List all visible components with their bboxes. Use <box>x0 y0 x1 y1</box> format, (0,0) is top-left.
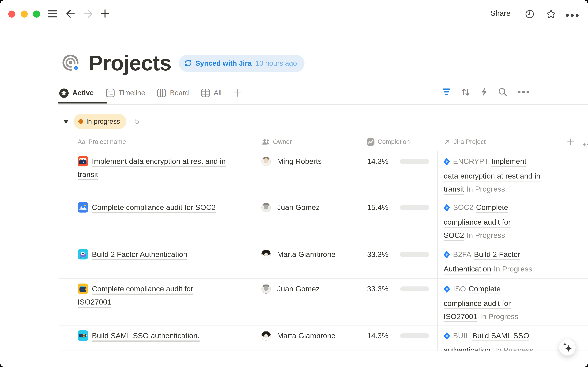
owner-name: Ming Roberts <box>277 155 322 197</box>
owner-name: Marta Giambrone <box>277 329 335 351</box>
timeline-icon <box>105 88 115 98</box>
share-button[interactable]: Share <box>490 9 511 18</box>
completion-cell[interactable]: 14.3% <box>361 325 437 351</box>
owner-name: Juan Gomez <box>277 201 320 244</box>
jira-diamond-icon <box>444 284 450 297</box>
sync-badge-label: Synced with Jira <box>195 59 252 67</box>
table-row[interactable]: Complete compliance audit for ISO27001 J… <box>59 278 588 325</box>
project-name-link[interactable]: Complete compliance audit for ISO27001 <box>78 284 193 306</box>
add-view-button[interactable] <box>233 89 241 97</box>
jira-cell[interactable]: ENCRYPTImplement data encryption at rest… <box>437 151 562 197</box>
jira-diamond-icon <box>444 202 450 216</box>
jira-cell[interactable]: BUILBuild SAML SSO authentication.In Pro… <box>437 325 562 351</box>
sync-badge-time: 10 hours ago <box>255 59 297 67</box>
progress-bar <box>400 286 429 291</box>
group-label: In progress <box>86 117 120 125</box>
arrow-up-right-icon <box>443 138 451 146</box>
project-name-link[interactable]: Build 2 Factor Authentication <box>92 250 187 258</box>
table-row[interactable]: Implement data encryption at rest and in… <box>59 151 588 197</box>
jira-cell[interactable]: B2FABuild 2 Factor AuthenticationIn Prog… <box>437 244 562 278</box>
table-row[interactable]: Build 2 Factor Authentication Marta Giam… <box>59 244 588 278</box>
avatar <box>261 331 271 340</box>
jira-cell[interactable]: SOC2Complete compliance audit for SOC2In… <box>437 197 562 244</box>
jira-key: SOC2 <box>453 203 473 211</box>
jira-sync-badge[interactable]: Synced with Jira 10 hours ago <box>179 55 304 72</box>
jira-status: In Progress <box>467 231 505 239</box>
column-header-completion[interactable]: Completion <box>361 138 437 146</box>
avatar <box>261 250 271 259</box>
owner-cell[interactable]: Juan Gomez <box>256 278 361 325</box>
automation-lightning-icon[interactable] <box>480 87 488 97</box>
table-more-icon[interactable] <box>518 90 530 93</box>
zoom-window-button[interactable] <box>33 11 40 18</box>
tab-board[interactable]: Board <box>157 88 189 98</box>
more-options-icon[interactable] <box>565 12 579 19</box>
group-header: In progress 5 <box>63 114 139 129</box>
table-row[interactable]: Complete compliance audit for SOC2 Juan … <box>59 197 588 244</box>
jira-diamond-icon <box>444 156 450 169</box>
avatar <box>261 157 271 166</box>
column-header-owner[interactable]: Owner <box>256 138 361 146</box>
view-tabs: Active Timeline Board All <box>59 85 253 101</box>
sort-icon[interactable] <box>461 87 470 96</box>
screen: Share Projects <box>0 0 588 367</box>
tab-all[interactable]: All <box>201 88 222 98</box>
people-icon <box>262 139 270 145</box>
projects-table: Aa Project name Owner Completion Jira P <box>0 133 588 350</box>
completion-cell[interactable]: 15.4% <box>361 197 437 244</box>
completion-cell[interactable]: 14.3% <box>361 151 437 197</box>
column-header-jira-project[interactable]: Jira Project <box>437 138 562 146</box>
completion-percent: 33.3% <box>367 248 400 278</box>
active-tab-indicator <box>58 102 107 103</box>
minimize-window-button[interactable] <box>21 11 28 18</box>
filter-icon[interactable] <box>442 88 451 96</box>
owner-cell[interactable]: Ming Roberts <box>256 151 361 197</box>
sparkle-icon <box>562 342 573 353</box>
owner-cell[interactable]: Marta Giambrone <box>256 244 361 278</box>
owner-cell[interactable]: Marta Giambrone <box>256 325 361 351</box>
tab-timeline[interactable]: Timeline <box>105 88 145 98</box>
owner-cell[interactable]: Juan Gomez <box>256 197 361 244</box>
table-row[interactable]: Build SAML SSO authentication. Marta Gia… <box>59 325 588 351</box>
forward-icon[interactable] <box>83 8 93 21</box>
page-icon-bullseye[interactable] <box>62 54 81 72</box>
new-page-icon[interactable] <box>100 8 110 20</box>
titlebar: Share <box>0 0 588 28</box>
jira-status: In Progress <box>480 312 518 320</box>
jira-status: In Progress <box>467 185 505 193</box>
jira-diamond-icon <box>444 250 450 263</box>
board-icon <box>157 88 167 98</box>
owner-name: Juan Gomez <box>277 282 320 325</box>
notion-ai-button[interactable] <box>559 339 576 356</box>
jira-key: B2FA <box>453 250 471 258</box>
page-title[interactable]: Projects <box>89 52 171 74</box>
progress-bar <box>400 205 429 210</box>
search-icon[interactable] <box>498 87 507 96</box>
project-icon-rocket-window <box>78 156 88 167</box>
header-more-clipped-icon[interactable]: •• <box>583 140 588 150</box>
column-header-project-name[interactable]: Aa Project name <box>59 138 256 146</box>
completion-cell[interactable]: 33.3% <box>361 278 437 325</box>
notion-window: Share Projects <box>0 0 588 367</box>
owner-name: Marta Giambrone <box>277 248 335 278</box>
project-name-link[interactable]: Implement data encryption at rest and in… <box>78 157 226 178</box>
group-status-pill[interactable]: In progress <box>74 114 126 129</box>
updates-clock-icon[interactable] <box>525 9 534 20</box>
completion-percent: 14.3% <box>367 155 400 197</box>
progress-bar <box>400 252 429 257</box>
completion-cell[interactable]: 33.3% <box>361 244 437 278</box>
project-icon-battery <box>78 330 88 341</box>
completion-percent: 15.4% <box>367 201 400 244</box>
progress-bar <box>400 333 429 338</box>
jira-key: BUIL <box>453 332 470 340</box>
favorite-star-icon[interactable] <box>546 9 556 21</box>
close-window-button[interactable] <box>8 11 16 18</box>
back-icon[interactable] <box>65 8 76 21</box>
group-collapse-toggle[interactable] <box>63 120 69 123</box>
project-name-link[interactable]: Build SAML SSO authentication. <box>92 332 199 340</box>
sidebar-menu-icon[interactable] <box>48 9 58 20</box>
plus-icon <box>567 138 574 146</box>
jira-cell[interactable]: ISOComplete compliance audit for ISO2700… <box>437 278 562 325</box>
project-name-link[interactable]: Complete compliance audit for SOC2 <box>92 203 216 211</box>
tab-active[interactable]: Active <box>59 88 94 98</box>
